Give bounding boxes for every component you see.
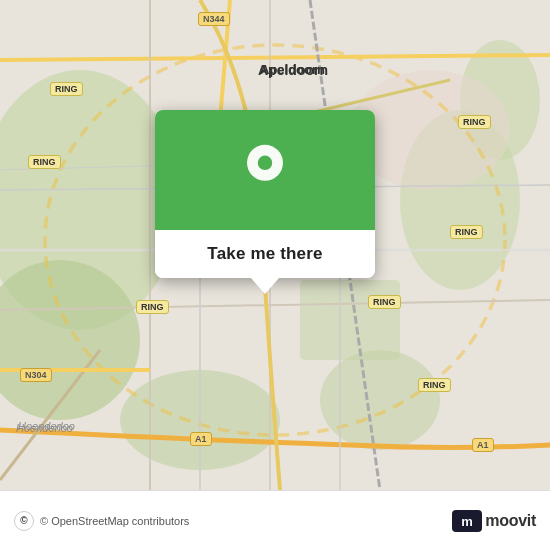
- ring-label-1: RING: [50, 82, 83, 96]
- ring-label-3: RING: [136, 300, 169, 314]
- popup-green-header: [155, 110, 375, 230]
- svg-point-6: [320, 350, 440, 450]
- map-area: Apeldoorn Hoenderloo RING RING RING RING…: [0, 0, 550, 490]
- popup-tail: [251, 278, 279, 294]
- bottom-bar: © © OpenStreetMap contributors m moovit: [0, 490, 550, 550]
- road-label-a1-left: A1: [190, 432, 212, 446]
- moovit-icon: m: [452, 510, 482, 532]
- ring-label-7: RING: [418, 378, 451, 392]
- svg-text:m: m: [462, 514, 474, 529]
- road-label-a1-right: A1: [472, 438, 494, 452]
- osm-logo: ©: [14, 511, 34, 531]
- ring-label-4: RING: [368, 295, 401, 309]
- ring-label-2: RING: [28, 155, 61, 169]
- popup-button-area[interactable]: Take me there: [155, 230, 375, 278]
- take-me-there-button[interactable]: Take me there: [207, 244, 322, 264]
- road-label-n304: N304: [20, 368, 52, 382]
- svg-rect-7: [300, 280, 400, 360]
- ring-label-6: RING: [458, 115, 491, 129]
- apeldoorn-label: Apeldoorn: [258, 62, 328, 78]
- svg-point-30: [258, 156, 272, 170]
- ring-label-5: RING: [450, 225, 483, 239]
- attribution-text: © OpenStreetMap contributors: [40, 515, 189, 527]
- hoenderloo-label: Hoenderloo: [16, 422, 73, 434]
- moovit-logo: m moovit: [452, 510, 536, 532]
- attribution-area: © © OpenStreetMap contributors: [14, 511, 189, 531]
- moovit-text-label: moovit: [485, 512, 536, 530]
- location-popup: Take me there: [155, 110, 375, 278]
- road-label-n344: N344: [198, 12, 230, 26]
- location-pin-icon: [238, 143, 292, 197]
